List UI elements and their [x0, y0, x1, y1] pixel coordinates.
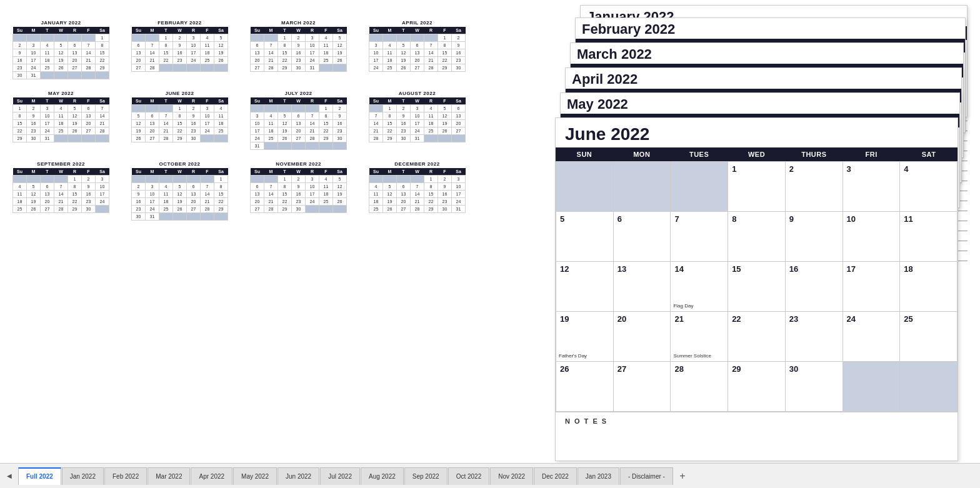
calendar-day	[424, 34, 438, 42]
calendar-day: 19	[333, 191, 347, 198]
calendar-day	[96, 135, 109, 142]
tab-arrow-left[interactable]: ◀	[3, 470, 16, 482]
tab-full-2022[interactable]: Full 2022	[18, 467, 61, 485]
june-day-cell: 1	[728, 162, 786, 212]
june-day-cell: 9	[786, 212, 843, 262]
calendar-day: 26	[333, 57, 347, 64]
calendar-day: 29	[424, 206, 438, 213]
calendar-day: 4	[54, 105, 68, 112]
tab-dec-2022[interactable]: Dec 2022	[534, 467, 577, 485]
day-header: Sa	[96, 27, 109, 34]
calendar-day: 13	[452, 112, 466, 120]
june-day-cell: 10	[843, 212, 901, 262]
calendar-day: 27	[251, 64, 264, 72]
calendar-day: 14	[306, 120, 319, 127]
tab---disclaimer--[interactable]: - Disclaimer -	[620, 467, 673, 485]
tab-mar-2022[interactable]: Mar 2022	[148, 467, 190, 485]
calendar-day	[54, 72, 68, 79]
calendar-day: 19	[397, 57, 411, 64]
calendar-day: 3	[452, 176, 466, 183]
calendar-day: 15	[159, 49, 173, 57]
day-header: T	[159, 27, 173, 34]
calendar-day: 1	[278, 34, 292, 42]
calendar-day: 9	[187, 112, 201, 120]
june-day-cell: 24	[843, 312, 901, 362]
calendar-day: 8	[278, 42, 292, 49]
calendar-day: 24	[96, 198, 109, 206]
june-day-cell	[614, 162, 671, 212]
calendar-day: 25	[159, 206, 173, 213]
calendar-day: 5	[68, 105, 82, 112]
tab-apr-2022[interactable]: Apr 2022	[191, 467, 232, 485]
mini-cal-title: MARCH 2022	[250, 20, 347, 26]
calendar-day	[68, 135, 82, 142]
wed-header: WED	[728, 147, 786, 161]
calendar-day: 12	[68, 112, 82, 120]
calendar-day: 30	[292, 206, 306, 213]
calendar-day: 14	[369, 120, 383, 127]
june-day-cell: 2	[786, 162, 843, 212]
june-day-cell: 20	[614, 312, 671, 362]
calendar-day: 16	[292, 191, 306, 198]
tab-jun-2022[interactable]: Jun 2022	[278, 467, 319, 485]
calendar-day: 10	[201, 112, 214, 120]
calendar-day: 12	[132, 120, 146, 127]
calendar-day: 3	[146, 183, 159, 191]
calendar-day: 8	[383, 112, 397, 120]
day-header: F	[82, 168, 96, 176]
calendar-day	[132, 105, 146, 112]
june-day-cell: 7	[671, 212, 728, 262]
tab-nov-2022[interactable]: Nov 2022	[490, 467, 533, 485]
calendar-day: 19	[214, 49, 228, 57]
tab-jan-2023[interactable]: Jan 2023	[578, 467, 619, 485]
june-day-cell: 30	[786, 362, 843, 412]
tab-aug-2022[interactable]: Aug 2022	[361, 467, 404, 485]
calendar-day	[146, 105, 159, 112]
calendar-day: 29	[68, 206, 82, 213]
tab-feb-2022[interactable]: Feb 2022	[104, 467, 147, 485]
calendar-day: 17	[27, 57, 41, 64]
calendar-day: 3	[369, 42, 383, 49]
add-tab-button[interactable]: +	[675, 469, 690, 484]
day-header: M	[146, 27, 159, 34]
calendar-day: 12	[278, 120, 292, 127]
calendar-day: 22	[278, 57, 292, 64]
day-header: F	[201, 97, 214, 105]
calendar-day: 12	[333, 183, 347, 191]
calendar-day: 9	[13, 49, 27, 57]
june-day-cell: 25	[900, 312, 958, 362]
calendar-day: 23	[438, 198, 452, 206]
calendar-day: 7	[54, 183, 68, 191]
calendar-day: 10	[306, 42, 319, 49]
tab-sep-2022[interactable]: Sep 2022	[404, 467, 448, 485]
event-label: Summer Solstice	[673, 353, 711, 359]
day-header: T	[278, 168, 292, 176]
day-header: M	[27, 27, 41, 34]
calendar-day: 25	[383, 64, 397, 72]
day-header: F	[201, 27, 214, 34]
calendar-day: 18	[201, 49, 214, 57]
calendar-day: 8	[13, 112, 27, 120]
calendar-day: 12	[333, 42, 347, 49]
calendar-day: 13	[132, 49, 146, 57]
day-header: W	[173, 97, 187, 105]
calendar-day	[41, 176, 54, 183]
calendar-day: 6	[452, 105, 466, 112]
calendar-day: 8	[68, 183, 82, 191]
calendar-day: 2	[452, 34, 466, 42]
calendar-day: 7	[306, 112, 319, 120]
june-day-cell: 14Flag Day	[671, 262, 728, 312]
calendar-day: 8	[159, 42, 173, 49]
calendar-day: 15	[278, 191, 292, 198]
calendar-day: 26	[383, 206, 397, 213]
calendar-day: 31	[146, 213, 159, 221]
tab-may-2022[interactable]: May 2022	[233, 467, 277, 485]
calendar-day	[27, 34, 41, 42]
tab-jan-2022[interactable]: Jan 2022	[62, 467, 104, 485]
mini-calendar-may-2022: MAY 2022SuMTWRFSa12345678910111213141516…	[12, 91, 109, 150]
tab-jul-2022[interactable]: Jul 2022	[320, 467, 360, 485]
calendar-day: 31	[251, 142, 264, 150]
day-header: M	[146, 97, 159, 105]
tab-oct-2022[interactable]: Oct 2022	[448, 467, 490, 485]
calendar-day: 23	[173, 57, 187, 64]
